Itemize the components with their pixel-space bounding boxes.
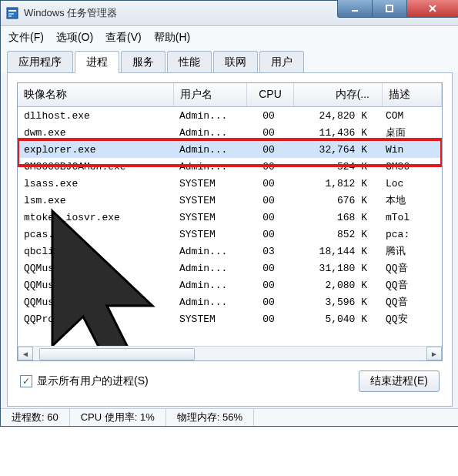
table-cell: 31,180 K [292,263,379,274]
table-cell: 24,820 K [292,110,379,122]
scroll-left-button[interactable]: ◄ [18,347,33,360]
table-cell: 00 [246,297,292,308]
table-cell: QQ音 [379,295,442,309]
table-cell: 676 K [292,195,379,206]
table-row[interactable]: qbclieAdmin...0318,144 K腾讯 [18,243,442,260]
col-cpu[interactable]: CPU [247,83,294,106]
table-cell: 00 [246,313,292,325]
table-row[interactable]: dwm.exeAdmin...0011,436 K桌面 [18,124,442,141]
table-row[interactable]: mtoken_iosvr.exeSYSTEM00168 KmTol [18,209,442,226]
table-row[interactable]: GM3000BJCAMon.exeAdmin...00524 KGM30 [18,158,442,175]
table-cell: SYSTEM [173,178,246,189]
table-cell: Admin... [173,161,246,173]
table-cell: lsass.exe [18,178,173,189]
table-cell: 00 [246,229,292,240]
table-cell: GM30 [379,161,442,173]
statusbar: 进程数: 60 CPU 使用率: 1% 物理内存: 56% [1,408,458,426]
table-cell: mTol [379,212,442,223]
tab-users[interactable]: 用户 [259,51,304,72]
table-row[interactable]: lsass.exeSYSTEM001,812 KLoc [18,175,442,192]
table-cell: 腾讯 [379,244,442,258]
table-row[interactable]: QQMusiAdmin...0031,180 KQQ音 [18,260,442,277]
tab-processes[interactable]: 进程 [75,51,119,73]
menu-view[interactable]: 查看(V) [105,31,142,45]
table-header: 映像名称 用户名 CPU 内存(... 描述 [18,83,442,107]
table-cell: SYSTEM [173,195,246,206]
table-row[interactable]: QQMusiAdmin...002,080 KQQ音 [18,277,442,293]
table-cell: GM3000BJCAMon.exe [18,161,173,173]
end-process-button[interactable]: 结束进程(E) [359,370,440,392]
minimize-button[interactable] [337,0,373,18]
tab-row: 应用程序 进程 服务 性能 联网 用户 [1,49,458,72]
table-cell: 00 [246,127,292,139]
table-cell: 1,812 K [292,178,379,189]
checkbox-icon: ✓ [20,375,32,387]
table-cell: QQ安 [379,312,442,326]
titlebar: Windows 任务管理器 [1,1,458,26]
col-user-name[interactable]: 用户名 [174,83,247,106]
table-cell: QQProt .e [18,313,173,325]
table-cell: SYSTEM [173,229,246,240]
table-cell: 5,040 K [292,313,379,325]
table-cell: 00 [246,195,292,206]
menu-options[interactable]: 选项(O) [56,31,93,45]
table-cell: Admin... [173,246,246,257]
table-cell: Loc [379,178,442,189]
menu-help[interactable]: 帮助(H) [154,31,190,45]
table-row[interactable]: dllhost.exeAdmin...0024,820 KCOM [18,107,442,124]
menu-file[interactable]: 文件(F) [8,31,44,45]
table-cell: SYSTEM [173,313,246,325]
table-row[interactable]: lsm.exeSYSTEM00676 K本地 [18,192,442,209]
checkbox-label: 显示所有用户的进程(S) [37,374,149,388]
table-row[interactable]: explorer.exeAdmin...0032,764 KWin [18,141,442,158]
table-cell: 32,764 K [292,144,379,156]
table-cell: QQ音 [379,278,442,292]
table-cell: QQMusi [18,280,173,291]
col-memory[interactable]: 内存(... [294,83,383,106]
status-physical-memory: 物理内存: 56% [166,409,254,426]
status-cpu-usage: CPU 使用率: 1% [70,409,166,426]
table-cell: dllhost.exe [18,110,173,122]
tab-services[interactable]: 服务 [121,51,165,72]
tab-applications[interactable]: 应用程序 [7,51,73,72]
scroll-thumb[interactable] [39,348,195,360]
table-cell: lsm.exe [18,195,173,206]
table-row[interactable]: pcas.eSYSTEM00852 Kpca: [18,226,442,243]
scroll-right-button[interactable]: ► [426,347,442,360]
table-cell: QQMusi [18,263,173,274]
tab-networking[interactable]: 联网 [213,51,258,72]
svg-rect-2 [8,13,14,15]
table-cell: 2,080 K [292,280,379,291]
scroll-track[interactable] [33,347,426,360]
table-cell: 524 K [292,161,379,173]
table-cell: 11,436 K [292,127,379,139]
tab-performance[interactable]: 性能 [167,51,212,72]
table-cell: pcas.e [18,229,173,240]
table-row[interactable]: QQMusiAdmin...003,596 KQQ音 [18,293,442,310]
table-cell: Admin... [173,127,246,139]
tab-content: 映像名称 用户名 CPU 内存(... 描述 dllhost.exeAdmin.… [7,72,453,407]
col-description[interactable]: 描述 [383,83,442,106]
table-cell: QQMusi [18,297,173,308]
table-cell: Admin... [173,280,246,291]
table-cell: 168 K [292,212,379,223]
table-cell: pca: [379,229,442,240]
horizontal-scrollbar[interactable]: ◄ ► [18,346,442,360]
table-cell: 03 [246,246,292,257]
table-cell: 18,144 K [292,246,379,257]
table-cell: mtoken_iosvr.exe [18,212,173,223]
under-table-row: ✓ 显示所有用户的进程(S) 结束进程(E) [20,370,440,392]
table-cell: 00 [246,263,292,274]
menubar: 文件(F) 选项(O) 查看(V) 帮助(H) [1,26,458,49]
table-cell: Admin... [173,297,246,308]
table-body: dllhost.exeAdmin...0024,820 KCOMdwm.exeA… [18,107,442,346]
table-row[interactable]: QQProt .eSYSTEM005,040 KQQ安 [18,310,442,327]
close-button[interactable] [407,0,458,18]
table-cell: 本地 [379,193,442,207]
maximize-button[interactable] [373,0,407,18]
table-cell: 00 [246,144,292,156]
col-image-name[interactable]: 映像名称 [18,83,174,106]
show-all-users-checkbox[interactable]: ✓ 显示所有用户的进程(S) [20,374,149,388]
table-cell: Win [379,144,442,156]
task-manager-window: Windows 任务管理器 文件(F) 选项(O) 查看(V) 帮助(H) 应用… [0,0,458,427]
